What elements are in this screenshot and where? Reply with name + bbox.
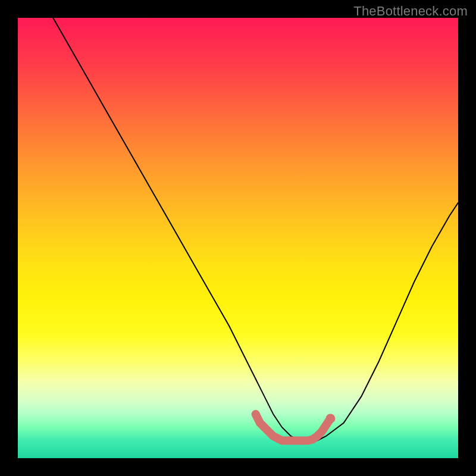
chart-frame: TheBottleneck.com [0, 0, 476, 476]
sweet-spot-end-dot [325, 414, 335, 423]
curve-svg [18, 18, 458, 458]
watermark-text: TheBottleneck.com [353, 4, 468, 19]
plot-area [18, 18, 458, 458]
sweet-spot-marker [256, 414, 331, 440]
bottleneck-curve [53, 18, 458, 440]
